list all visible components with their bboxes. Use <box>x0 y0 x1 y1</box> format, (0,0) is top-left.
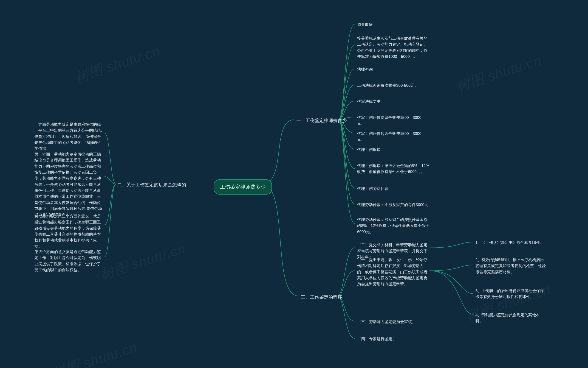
branch-3-title: 三、工伤鉴定的程序 <box>301 294 342 301</box>
watermark: 树图 shutu.cn <box>73 42 163 87</box>
branch-1-item: 代写法律文书 <box>357 99 381 105</box>
branch-1-item: 代理劳动仲裁：涉及财产的按照仲裁金额的8%—12%收费，但每件最低收费不低于60… <box>357 217 431 235</box>
branch-3-item: （四）专家进行鉴定。 <box>357 336 396 342</box>
branch-3-sub-item: 2、有效的诊断证明、按照医疗机构病历管理有关规定复印或者复制的检查、检验报告等完… <box>475 257 547 275</box>
watermark: 树图 shutu.cn <box>454 51 544 96</box>
branch-3-item: （二）提交相关材料。申请劳动能力鉴定应当填写劳动能力鉴定申请表，并提交下列材料： <box>357 242 428 260</box>
branch-3-sub-item: 4、劳动能力鉴定委员会规定的其他材料。 <box>475 312 547 324</box>
branch-3-item: （三）劳动能力鉴定委员会审核。 <box>357 319 416 325</box>
watermark: 树图 shutu.cn <box>50 338 140 368</box>
branch-2-title: 二、关于工伤鉴定的后果是怎样的 <box>117 181 186 188</box>
branch-1-title: 一、工伤鉴定律师费多少 <box>296 117 347 124</box>
branch-1-item: 工伤法律咨询每次收费300-500元。 <box>357 83 418 89</box>
branch-1-item: 代理工伤诉讼：按照诉讼金额的8%—12%收费，但最低收费每件不低于6000元。 <box>357 163 431 175</box>
branch-3-item: （一）提出申请。职工发生工伤，经治疗伤情相对稳定后存在残疾、影响劳动力的，或者停… <box>357 257 428 287</box>
mindmap-root: 工伤鉴定律师费多少 <box>214 179 272 194</box>
branch-3-sub-item: 1、《工伤认定决定书》原件和复印件。 <box>475 240 544 246</box>
branch-1-item: 代理工伤劳动仲裁 <box>357 186 388 192</box>
branch-2-item: 劳动能力鉴定第三个方面的意义，就是通过劳动能力鉴定工作，确定职工因工致残后丧失劳… <box>34 213 103 250</box>
branch-3-sub-item: 3、工伤职工的居民身份证或者社会保障卡等有效身份证明原件和复印件。 <box>475 288 547 300</box>
branch-2-item: 另一方面，劳动能力鉴定所提供的正确结论也是合理调换因工受伤、造成劳动能力不同程度… <box>34 151 103 218</box>
branch-1-item: 代写工伤赔偿协议书收费1500—3000元。 <box>357 115 428 127</box>
branch-1-item: 代理劳动仲裁：不涉及财产的每件3000元 <box>357 202 428 208</box>
branch-2-item: 一方面劳动能力鉴定是由政府提供的统一平台上得出的第三方较为公平的结论;也是批准因… <box>34 122 103 152</box>
branch-2-item: 第四个方面的意义就是通过劳动能力鉴定工作，对职工是否能认定为工伤或职业病提供了政… <box>34 249 103 273</box>
branch-1-item: 调查取证 <box>357 22 373 28</box>
branch-1-item: 代理工伤诉讼 <box>357 147 381 153</box>
branch-1-item: 代写工伤赔偿起诉书收费1500—3000元。 <box>357 131 428 143</box>
watermark: 树图 shutu.cn <box>98 239 188 284</box>
branch-1-item: 接受委托从事涉及与工伤事故处理有关的工伤认定、劳动能力鉴定、机动车登记、公司企业… <box>357 36 431 60</box>
branch-1-item: 法律咨询 <box>357 66 373 73</box>
